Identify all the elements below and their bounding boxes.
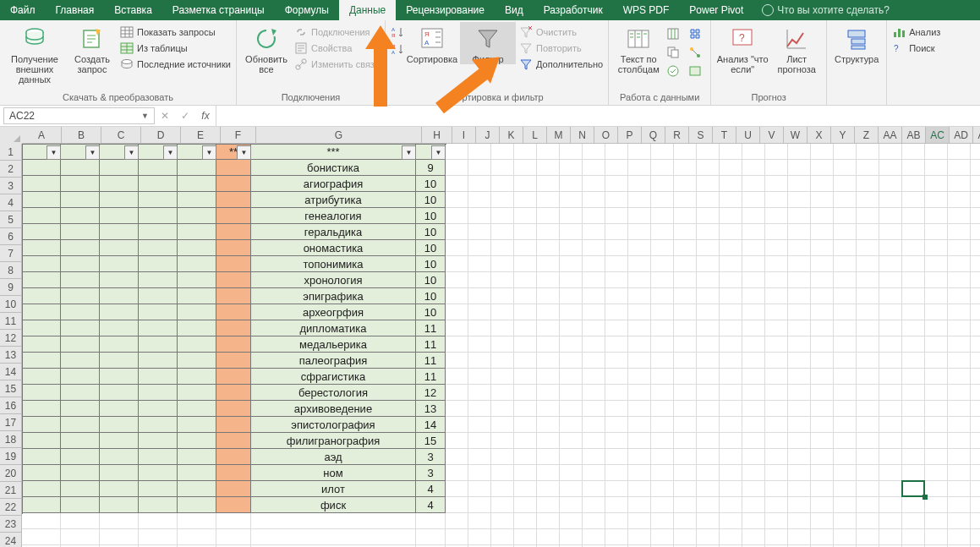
tab-power pivot[interactable]: Power Pivot <box>679 0 753 20</box>
cell[interactable] <box>139 401 178 417</box>
cell[interactable] <box>139 256 178 272</box>
data-model-icon[interactable] <box>688 64 702 78</box>
row-headers[interactable]: 1234567891011121314151617181920212223242… <box>0 144 22 547</box>
data-analysis-button[interactable]: Анализ <box>892 25 940 39</box>
row-header[interactable]: 20 <box>0 465 22 482</box>
cell[interactable]: 10 <box>416 240 446 256</box>
cell[interactable] <box>216 465 251 481</box>
cell[interactable] <box>61 320 100 336</box>
cell[interactable]: 10 <box>416 256 446 272</box>
tab-главная[interactable]: Главная <box>46 0 105 20</box>
tab-вставка[interactable]: Вставка <box>104 0 162 20</box>
cell[interactable]: хронология <box>251 272 416 288</box>
name-box[interactable]: AC22▼ <box>3 107 155 124</box>
sort-asc-button[interactable]: АЯ <box>391 25 404 39</box>
cell[interactable] <box>100 465 139 481</box>
cell[interactable] <box>100 160 139 176</box>
filter-dropdown-button[interactable]: ▼ <box>163 145 178 160</box>
tab-данные[interactable]: Данные <box>339 0 396 20</box>
cell[interactable] <box>61 401 100 417</box>
cell[interactable] <box>22 176 61 192</box>
row-header[interactable]: 23 <box>0 516 22 533</box>
cell[interactable] <box>22 465 61 481</box>
advanced-filter-button[interactable]: Дополнительно <box>519 57 603 71</box>
cell[interactable] <box>139 304 178 320</box>
row-header[interactable]: 8 <box>0 262 22 279</box>
cell[interactable] <box>22 336 61 353</box>
cell[interactable]: генеалогия <box>251 208 416 224</box>
tab-wps pdf[interactable]: WPS PDF <box>613 0 680 20</box>
cell[interactable] <box>100 385 139 401</box>
cell[interactable] <box>178 192 216 208</box>
cell[interactable] <box>61 497 100 513</box>
cell[interactable] <box>139 369 178 385</box>
cell[interactable] <box>61 336 100 353</box>
formula-input[interactable] <box>216 106 980 126</box>
col-header[interactable]: R <box>665 127 689 144</box>
cell[interactable] <box>216 497 251 513</box>
cell[interactable] <box>22 208 61 224</box>
remove-dup-icon[interactable] <box>666 46 680 59</box>
cell[interactable] <box>178 497 216 513</box>
reapply-filter-button[interactable]: Повторить <box>519 41 603 55</box>
outline-button[interactable]: Структура <box>832 22 881 64</box>
cell[interactable] <box>139 353 178 369</box>
filter-dropdown-button[interactable]: ▼ <box>124 145 139 160</box>
tell-me-search[interactable]: Что вы хотите сделать? <box>753 0 890 20</box>
col-header[interactable]: AC <box>926 127 950 144</box>
col-header[interactable]: I <box>452 127 476 144</box>
tab-разработчик[interactable]: Разработчик <box>534 0 613 20</box>
cell[interactable] <box>178 288 216 304</box>
cell[interactable] <box>216 304 251 320</box>
col-header[interactable]: V <box>760 127 784 144</box>
row-header[interactable]: 5 <box>0 211 22 228</box>
what-if-button[interactable]: ? Анализ "что если" <box>716 22 769 74</box>
cell[interactable]: 11 <box>416 369 446 385</box>
cell[interactable] <box>100 288 139 304</box>
select-all-corner[interactable] <box>0 127 23 145</box>
cell[interactable]: 14 <box>416 417 446 433</box>
row-header[interactable]: 19 <box>0 448 22 465</box>
new-query-button[interactable]: Создать запрос <box>68 22 117 74</box>
col-header[interactable]: H <box>422 127 452 144</box>
cell[interactable] <box>22 224 61 240</box>
col-header[interactable]: Y <box>831 127 855 144</box>
cell[interactable]: фиск <box>251 497 416 513</box>
edit-links-button[interactable]: Изменить связи <box>294 57 380 71</box>
col-header[interactable]: Z <box>855 127 879 144</box>
row-header[interactable]: 16 <box>0 397 22 414</box>
col-header[interactable]: M <box>547 127 571 144</box>
cell[interactable]: 11 <box>416 320 446 336</box>
cell[interactable] <box>139 176 178 192</box>
cell[interactable] <box>100 208 139 224</box>
cell[interactable] <box>178 320 216 336</box>
filter-dropdown-button[interactable]: ▼ <box>402 145 416 160</box>
col-header[interactable]: U <box>736 127 760 144</box>
row-header[interactable]: 2 <box>0 161 22 178</box>
row-header[interactable]: 10 <box>0 296 22 313</box>
cell[interactable] <box>178 240 216 256</box>
cell[interactable] <box>216 224 251 240</box>
cell[interactable] <box>61 256 100 272</box>
cell[interactable] <box>22 192 61 208</box>
cell[interactable] <box>216 176 251 192</box>
filter-dropdown-button[interactable]: ▼ <box>431 145 446 160</box>
cell[interactable]: филигранография <box>251 433 416 449</box>
cell[interactable] <box>100 433 139 449</box>
col-header[interactable]: AD <box>950 127 973 144</box>
col-header[interactable]: A <box>22 127 62 144</box>
cell[interactable]: 3 <box>416 449 446 465</box>
cell[interactable] <box>216 336 251 353</box>
col-header[interactable]: N <box>571 127 594 144</box>
cell[interactable]: агиография <box>251 176 416 192</box>
cell[interactable] <box>216 369 251 385</box>
cell[interactable] <box>61 433 100 449</box>
cell[interactable] <box>61 449 100 465</box>
col-header[interactable]: D <box>141 127 181 144</box>
cell[interactable]: 10 <box>416 272 446 288</box>
cell[interactable] <box>100 353 139 369</box>
cell[interactable]: *** <box>251 144 416 160</box>
cell[interactable] <box>139 320 178 336</box>
fx-button[interactable]: fx <box>195 110 216 122</box>
cell[interactable]: 13 <box>416 401 446 417</box>
